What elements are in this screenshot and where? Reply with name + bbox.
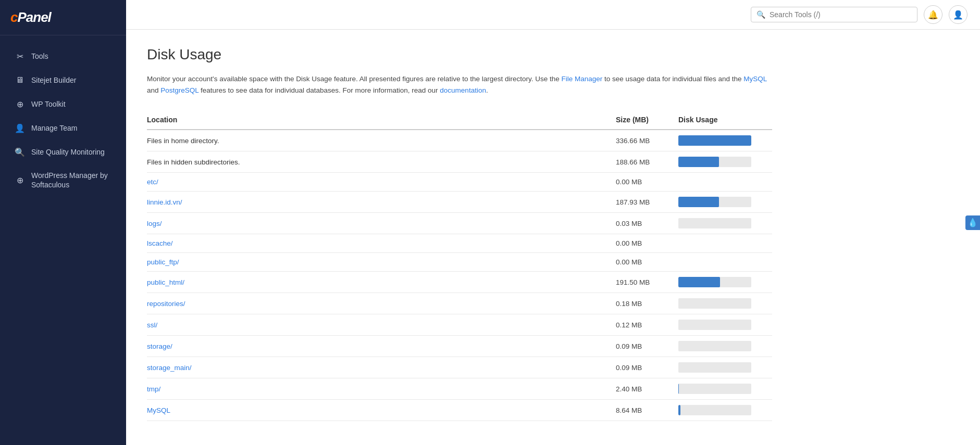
sidebar-item-wptoolkit[interactable]: ⊕ WP Toolkit <box>4 93 122 116</box>
logo-c-letter: c <box>10 9 17 25</box>
search-icon: 🔍 <box>756 10 765 19</box>
row-bar-cell <box>678 253 772 272</box>
tools-label: Tools <box>31 52 48 61</box>
sidebar-item-sitequality[interactable]: 🔍 Site Quality Monitoring <box>4 141 122 163</box>
row-bar-cell <box>678 192 772 213</box>
bar-container <box>678 405 751 415</box>
sidebar-item-tools[interactable]: ✂ Tools <box>4 45 122 68</box>
desc-pre: Monitor your account's available space w… <box>147 75 561 83</box>
tools-icon: ✂ <box>15 51 25 61</box>
table-row: repositories/ 0.18 MB <box>147 293 772 314</box>
wpmanager-label: WordPress Manager by Softaculous <box>31 171 111 189</box>
bar-fill <box>678 277 720 287</box>
row-location[interactable]: storage/ <box>147 336 616 357</box>
wptoolkit-label: WP Toolkit <box>31 99 66 109</box>
content-area: Disk Usage Monitor your account's availa… <box>126 30 980 445</box>
bar-container <box>678 157 751 167</box>
sitequality-icon: 🔍 <box>15 147 25 157</box>
table-row: tmp/ 2.40 MB <box>147 378 772 400</box>
row-size: 0.12 MB <box>616 314 678 336</box>
row-location[interactable]: public_html/ <box>147 272 616 293</box>
row-location: Files in hidden subdirectories. <box>147 151 616 173</box>
row-size: 8.64 MB <box>616 400 678 421</box>
header: 🔍 🔔 👤 <box>126 0 980 30</box>
row-size: 0.09 MB <box>616 357 678 378</box>
row-size: 0.00 MB <box>616 173 678 192</box>
sidebar-item-manageteam[interactable]: 👤 Manage Team <box>4 117 122 139</box>
row-bar-cell <box>678 234 772 253</box>
row-location[interactable]: tmp/ <box>147 378 616 400</box>
row-bar-cell <box>678 378 772 400</box>
disk-usage-table: Location Size (MB) Disk Usage Files in h… <box>147 110 772 421</box>
row-bar-cell <box>678 272 772 293</box>
bar-fill <box>678 405 680 415</box>
link-documentation[interactable]: documentation <box>440 86 486 94</box>
bar-fill <box>678 135 751 146</box>
table-row: etc/ 0.00 MB <box>147 173 772 192</box>
table-row: lscache/ 0.00 MB <box>147 234 772 253</box>
row-bar-cell <box>678 293 772 314</box>
link-filemanager[interactable]: File Manager <box>561 75 602 83</box>
row-location[interactable]: linnie.id.vn/ <box>147 192 616 213</box>
row-location[interactable]: storage_main/ <box>147 357 616 378</box>
row-location[interactable]: lscache/ <box>147 234 616 253</box>
bar-container <box>678 298 751 309</box>
description-text: Monitor your account's available space w… <box>147 73 772 96</box>
link-mysql[interactable]: MySQL <box>743 75 767 83</box>
logo-rest: Panel <box>17 9 51 25</box>
row-size: 191.50 MB <box>616 272 678 293</box>
logo-text: cPanel <box>10 9 116 26</box>
table-body: Files in home directory. 336.66 MB Files… <box>147 130 772 421</box>
float-widget[interactable]: 💧 <box>965 215 980 230</box>
table-header-row: Location Size (MB) Disk Usage <box>147 110 772 130</box>
row-bar-cell <box>678 151 772 173</box>
row-location[interactable]: ssl/ <box>147 314 616 336</box>
sidebar-item-sitejet[interactable]: 🖥 Sitejet Builder <box>4 69 122 92</box>
sidebar-nav: ✂ Tools 🖥 Sitejet Builder ⊕ WP Toolkit 👤… <box>0 35 126 205</box>
table-row: linnie.id.vn/ 187.93 MB <box>147 192 772 213</box>
manageteam-label: Manage Team <box>31 123 77 133</box>
table-row: Files in hidden subdirectories. 188.66 M… <box>147 151 772 173</box>
row-location[interactable]: logs/ <box>147 213 616 234</box>
row-location[interactable]: MySQL <box>147 400 616 421</box>
search-input[interactable] <box>770 10 912 19</box>
table-row: public_html/ 191.50 MB <box>147 272 772 293</box>
table-row: storage/ 0.09 MB <box>147 336 772 357</box>
desc-end: . <box>486 86 488 94</box>
sitejet-label: Sitejet Builder <box>31 75 76 85</box>
bar-fill <box>678 157 719 167</box>
user-account-button[interactable]: 👤 <box>949 5 967 24</box>
row-size: 0.00 MB <box>616 234 678 253</box>
manageteam-icon: 👤 <box>15 123 25 133</box>
sidebar: cPanel ✂ Tools 🖥 Sitejet Builder ⊕ WP To… <box>0 0 126 445</box>
bar-container <box>678 320 751 330</box>
bar-container <box>678 341 751 351</box>
sidebar-logo: cPanel <box>0 0 126 35</box>
link-postgresql[interactable]: PostgreSQL <box>160 86 199 94</box>
row-bar-cell <box>678 213 772 234</box>
row-bar-cell <box>678 314 772 336</box>
row-bar-cell <box>678 400 772 421</box>
row-size: 188.66 MB <box>616 151 678 173</box>
wptoolkit-icon: ⊕ <box>15 99 25 109</box>
bar-container <box>678 362 751 373</box>
bar-fill <box>678 384 679 394</box>
row-size: 336.66 MB <box>616 130 678 151</box>
row-location[interactable]: etc/ <box>147 173 616 192</box>
bar-fill <box>678 197 719 207</box>
row-size: 0.18 MB <box>616 293 678 314</box>
row-size: 0.09 MB <box>616 336 678 357</box>
row-location[interactable]: repositories/ <box>147 293 616 314</box>
row-bar-cell <box>678 336 772 357</box>
search-box[interactable]: 🔍 <box>751 7 917 22</box>
row-size: 0.00 MB <box>616 253 678 272</box>
sitequality-label: Site Quality Monitoring <box>31 147 105 157</box>
row-size: 0.03 MB <box>616 213 678 234</box>
row-size: 187.93 MB <box>616 192 678 213</box>
table-row: Files in home directory. 336.66 MB <box>147 130 772 151</box>
notifications-button[interactable]: 🔔 <box>924 5 942 24</box>
table-row: public_ftp/ 0.00 MB <box>147 253 772 272</box>
bar-container <box>678 135 751 146</box>
sidebar-item-wpmanager[interactable]: ⊕ WordPress Manager by Softaculous <box>4 164 122 196</box>
row-location[interactable]: public_ftp/ <box>147 253 616 272</box>
